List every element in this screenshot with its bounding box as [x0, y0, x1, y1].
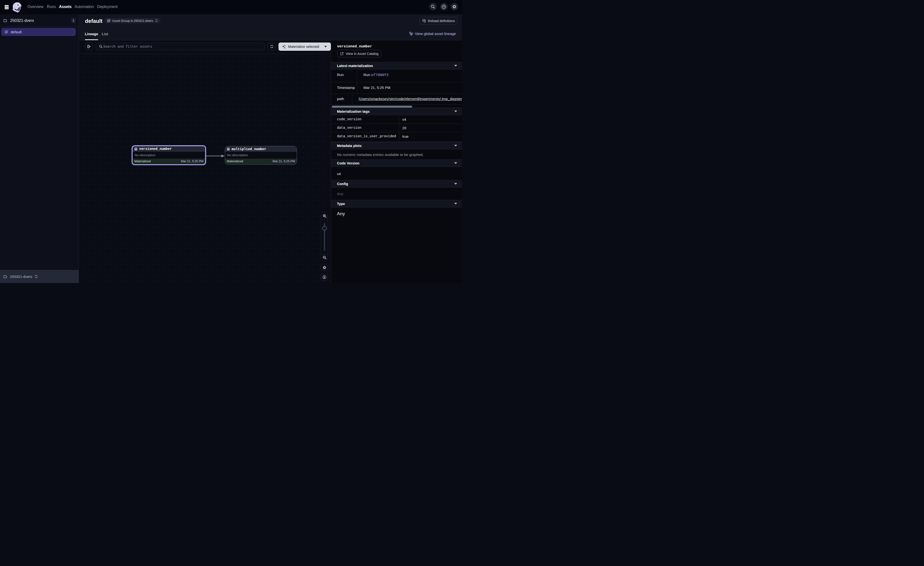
svg-text:?: ?	[443, 5, 444, 8]
